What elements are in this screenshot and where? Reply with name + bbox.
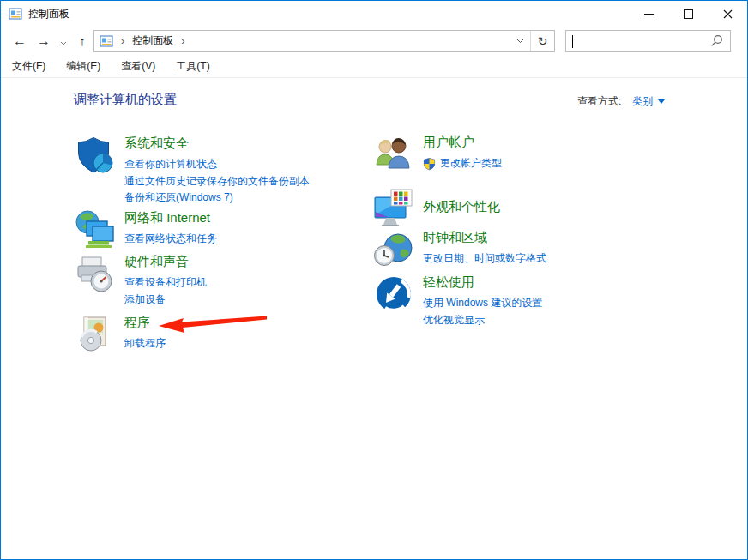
ease-of-access-icon[interactable] [373,274,414,315]
link-add-device[interactable]: 添加设备 [124,292,207,309]
minimize-button[interactable] [629,1,668,27]
category-title-programs[interactable]: 程序 [124,315,150,331]
search-icon [710,34,723,47]
software-box-cd-icon[interactable] [75,314,116,355]
dropdown-caret-icon[interactable] [658,99,665,104]
search-input[interactable] [566,30,710,52]
up-button[interactable]: ↑ [71,33,94,48]
up-arrow-icon: ↑ [79,33,86,48]
uac-shield-icon [423,157,436,171]
two-users-icon[interactable] [373,134,414,175]
breadcrumb-control-panel[interactable]: 控制面板 [132,33,173,48]
link-computer-status[interactable]: 查看你的计算机状态 [124,156,310,173]
view-by-value[interactable]: 类别 [632,94,653,109]
navigation-bar: ← → ↑ › 控制面板 › [1,27,747,55]
category-appearance-personalization: 外观和个性化 [373,187,500,228]
monitor-palette-icon[interactable] [373,187,414,228]
menu-edit[interactable]: 编辑(E) [63,57,104,75]
menu-view[interactable]: 查看(V) [118,57,159,75]
category-title-ease-of-access[interactable]: 轻松使用 [423,274,474,291]
link-file-history-backup[interactable]: 通过文件历史记录保存你的文件备份副本 [124,173,310,190]
link-change-account-type-label: 更改帐户类型 [440,155,502,172]
category-system-security: 系统和安全 查看你的计算机状态 通过文件历史记录保存你的文件备份副本 备份和还原… [75,135,310,207]
page-title: 调整计算机的设置 [74,92,177,108]
maximize-icon [684,9,693,19]
printer-gauge-icon[interactable] [75,253,116,294]
category-title-network-internet[interactable]: 网络和 Internet [124,210,210,226]
category-network-internet: 网络和 Internet 查看网络状态和任务 [75,209,217,250]
link-windows-suggested-settings[interactable]: 使用 Windows 建议的设置 [423,295,542,312]
forward-arrow-icon: → [37,33,51,48]
control-panel-window: 控制面板 ← → ↑ [0,0,748,560]
control-panel-icon [9,7,22,21]
minimize-icon [644,14,654,15]
forward-button[interactable]: → [32,33,56,49]
back-button[interactable]: ← [8,33,32,49]
shield-security-icon[interactable] [75,135,116,176]
link-backup-restore-win7[interactable]: 备份和还原(Windows 7) [124,190,310,207]
link-optimize-visual-display[interactable]: 优化视觉显示 [423,312,542,329]
titlebar: 控制面板 [1,1,747,27]
category-title-clock-region[interactable]: 时钟和区域 [423,230,487,246]
category-hardware-sound: 硬件和声音 查看设备和打印机 添加设备 [75,253,207,308]
window-title: 控制面板 [28,7,69,21]
network-globe-monitors-icon[interactable] [75,209,116,250]
window-controls [629,1,747,27]
category-ease-of-access: 轻松使用 使用 Windows 建议的设置 优化视觉显示 [373,274,542,328]
category-title-hardware-sound[interactable]: 硬件和声音 [124,254,189,270]
category-title-appearance[interactable]: 外观和个性化 [423,199,500,215]
category-clock-region: 时钟和区域 更改日期、时间或数字格式 [373,229,546,270]
link-uninstall-program[interactable]: 卸载程序 [124,335,166,352]
refresh-icon: ↻ [538,34,548,48]
menu-bar: 文件(F) 编辑(E) 查看(V) 工具(T) [1,55,747,78]
category-programs: 程序 卸载程序 [75,314,166,355]
link-network-status-tasks[interactable]: 查看网络状态和任务 [124,231,217,248]
back-arrow-icon: ← [13,33,27,48]
text-caret [572,35,573,48]
category-user-accounts: 用户帐户 更改帐户类型 [373,134,502,175]
breadcrumb-separator[interactable]: › [173,34,192,47]
chevron-down-icon [60,41,67,45]
search-box[interactable] [565,30,731,52]
view-by-control: 查看方式: 类别 [577,94,665,109]
recent-pages-button[interactable] [56,33,71,49]
control-panel-icon [94,34,113,48]
category-title-system-security[interactable]: 系统和安全 [124,135,189,152]
close-icon [723,9,733,19]
chevron-down-icon [516,39,524,44]
view-by-label: 查看方式: [577,94,621,109]
link-devices-printers[interactable]: 查看设备和打印机 [124,274,207,292]
menu-file[interactable]: 文件(F) [9,57,49,75]
globe-clock-icon[interactable] [373,229,414,270]
refresh-button[interactable]: ↻ [531,34,554,48]
red-arrow-annotation [155,310,271,337]
category-title-user-accounts[interactable]: 用户帐户 [423,135,474,151]
menu-tools[interactable]: 工具(T) [172,57,213,75]
address-history-button[interactable] [510,39,530,44]
breadcrumb-separator: › [113,34,132,47]
close-button[interactable] [708,1,747,27]
maximize-button[interactable] [668,1,708,27]
address-bar[interactable]: › 控制面板 › ↻ [94,30,555,52]
link-change-account-type[interactable]: 更改帐户类型 [423,155,502,172]
link-change-date-time-format[interactable]: 更改日期、时间或数字格式 [423,250,546,268]
